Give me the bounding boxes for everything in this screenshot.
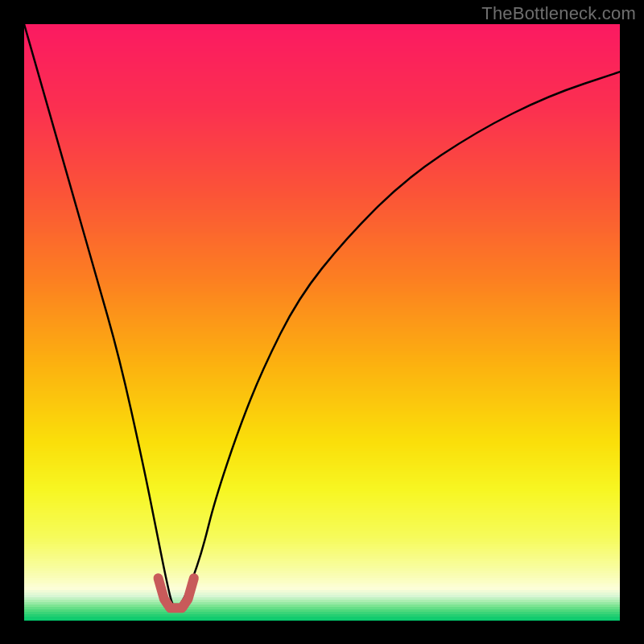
heat-band <box>24 620 620 621</box>
heat-band <box>24 91 620 93</box>
heat-band <box>24 262 620 265</box>
heat-band <box>24 108 620 110</box>
heat-band <box>24 573 620 576</box>
heat-band <box>24 549 620 551</box>
heat-band <box>24 222 620 225</box>
heat-band <box>24 282 620 284</box>
heat-band <box>24 458 620 460</box>
heat-band <box>24 436 620 439</box>
heat-band <box>24 578 620 580</box>
heat-band <box>24 568 620 571</box>
heat-band <box>24 160 620 163</box>
heat-band <box>24 310 620 312</box>
heat-band <box>24 124 620 126</box>
heat-band <box>24 258 620 260</box>
heat-band <box>24 260 620 262</box>
heat-band <box>24 105 620 108</box>
heat-band <box>24 151 620 153</box>
heat-band <box>24 48 620 51</box>
heat-band <box>24 300 620 303</box>
heat-band <box>24 427 620 429</box>
heat-band <box>24 246 620 248</box>
heat-band <box>24 408 620 411</box>
heat-band <box>24 67 620 69</box>
heat-band <box>24 289 620 291</box>
heat-band <box>24 53 620 56</box>
heat-band <box>24 89 620 91</box>
heat-band <box>24 357 620 360</box>
heat-band <box>24 496 620 498</box>
heat-band <box>24 444 620 446</box>
heat-band <box>24 398 620 401</box>
heat-band <box>24 143 620 146</box>
heat-band <box>24 138 620 141</box>
heat-band <box>24 305 620 308</box>
heat-band <box>24 391 620 394</box>
heat-band <box>24 384 620 386</box>
heat-band <box>24 172 620 175</box>
heat-band <box>24 551 620 554</box>
heat-band <box>24 369 620 372</box>
heat-band <box>24 617 620 620</box>
heat-band <box>24 215 620 217</box>
heat-band <box>24 470 620 473</box>
heat-band <box>24 367 620 369</box>
heat-band <box>24 614 620 617</box>
heat-band <box>24 592 620 595</box>
heat-band <box>24 566 620 568</box>
heat-band <box>24 583 620 585</box>
heat-band <box>24 377 620 379</box>
heat-band <box>24 506 620 508</box>
heat-band <box>24 74 620 76</box>
heat-band <box>24 481 620 484</box>
heat-band <box>24 148 620 151</box>
heat-band <box>24 275 620 277</box>
heat-band <box>24 522 620 525</box>
heat-band <box>24 382 620 384</box>
heat-band <box>24 510 620 513</box>
heat-band <box>24 431 620 434</box>
heat-band <box>24 205 620 208</box>
heat-band <box>24 179 620 181</box>
heat-band <box>24 110 620 113</box>
heat-band <box>24 248 620 250</box>
heat-band <box>24 448 620 451</box>
heat-band <box>24 530 620 532</box>
heat-band <box>24 146 620 148</box>
heat-band <box>24 117 620 119</box>
heat-band <box>24 101 620 103</box>
heat-band <box>24 539 620 541</box>
heat-band <box>24 317 620 320</box>
heat-band <box>24 527 620 530</box>
heat-band <box>24 196 620 198</box>
heat-band <box>24 41 620 43</box>
heat-band <box>24 493 620 496</box>
heat-band <box>24 403 620 406</box>
heat-band <box>24 188 620 191</box>
heat-band <box>24 43 620 46</box>
heat-band <box>24 184 620 186</box>
heat-band <box>24 114 620 117</box>
heat-band <box>24 508 620 510</box>
heat-band <box>24 372 620 374</box>
heat-band <box>24 453 620 456</box>
heat-band <box>24 515 620 518</box>
heat-band <box>24 379 620 382</box>
heat-band <box>24 267 620 270</box>
heat-band <box>24 386 620 389</box>
heat-band <box>24 232 620 234</box>
heat-band <box>24 277 620 279</box>
heat-band <box>24 417 620 419</box>
heat-band <box>24 79 620 81</box>
heat-band <box>24 474 620 477</box>
heat-band <box>24 81 620 84</box>
heat-band <box>24 501 620 503</box>
heat-band <box>24 62 620 64</box>
heat-band <box>24 176 620 179</box>
heat-band <box>24 60 620 62</box>
heat-band <box>24 113 620 115</box>
heat-band <box>24 353 620 355</box>
heat-band <box>24 571 620 573</box>
heat-band <box>24 27 620 29</box>
heat-band <box>24 360 620 362</box>
